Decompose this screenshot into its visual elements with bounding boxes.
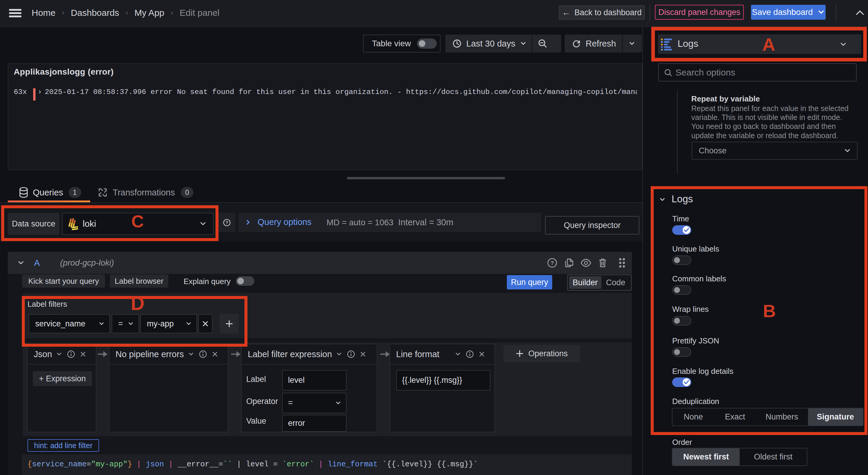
svg-text:?: ? — [226, 220, 228, 225]
svg-text:?: ? — [550, 260, 554, 266]
